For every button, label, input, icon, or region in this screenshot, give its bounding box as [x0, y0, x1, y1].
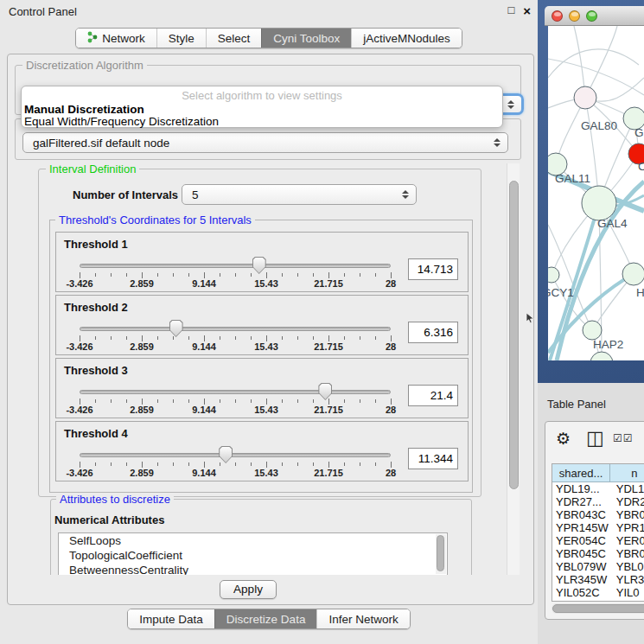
table-row[interactable]: YBR045CYBR0	[552, 547, 644, 560]
tab-cyni-toolbox[interactable]: Cyni Toolbox	[261, 29, 351, 48]
table-row[interactable]: YER054CYER0	[552, 534, 644, 547]
table-cell: YDR27...	[552, 495, 611, 508]
table-row[interactable]: YLR345WYLR3	[552, 573, 644, 586]
threshold-value-field[interactable]: 11.344	[408, 448, 458, 469]
network-node[interactable]	[574, 86, 596, 109]
table-data-combobox[interactable]: galFiltered.sif default node	[22, 132, 508, 153]
group-title: Discretization Algorithm	[22, 59, 147, 72]
column-header-shared[interactable]: shared...	[552, 464, 610, 481]
slider-scale: -3.4262.8599.14415.4321.71528	[56, 405, 411, 417]
scale-label: 28	[386, 405, 396, 415]
slider-tick	[251, 462, 252, 466]
table-cell: YDR2	[611, 495, 644, 508]
close-panel-icon[interactable]: ×	[523, 3, 531, 18]
scrollbar-thumb[interactable]	[509, 181, 519, 489]
scale-label: 15.43	[254, 468, 278, 478]
scale-label: -3.426	[66, 405, 92, 415]
network-node[interactable]	[582, 186, 616, 220]
tab-infer-network[interactable]: Infer Network	[316, 609, 409, 628]
table-cell: YBR045C	[552, 547, 611, 560]
scale-label: 9.144	[192, 405, 216, 415]
slider-tick	[235, 273, 236, 277]
scale-label: 21.715	[314, 341, 343, 352]
select-columns-icon[interactable]: ☑☑	[613, 432, 634, 444]
table-row[interactable]: YBR043CYBR0	[552, 508, 644, 521]
float-panel-icon[interactable]: □	[507, 3, 514, 18]
scale-label: 15.43	[254, 405, 278, 415]
tab-jactivemnodules[interactable]: jActiveMNodules	[351, 29, 462, 48]
attribute-list-item[interactable]: TopologicalCoefficient	[59, 548, 447, 563]
node-label: GAL80	[581, 119, 617, 132]
screenshot-stage: Control Panel □ ×	[0, 0, 644, 644]
number-of-intervals-combobox[interactable]: 5	[182, 184, 417, 205]
combo-value: 5	[192, 188, 199, 201]
threshold-value-field[interactable]: 14.713	[408, 258, 458, 280]
tab-style[interactable]: Style	[156, 29, 206, 48]
tab-discretize-data[interactable]: Discretize Data	[214, 609, 317, 628]
table-row[interactable]: YBL079WYBL0	[552, 560, 644, 573]
table-cell: YLR3	[611, 573, 644, 586]
control-panel-titlebar: Control Panel □ ×	[0, 0, 538, 22]
tab-network[interactable]: Network	[76, 29, 156, 48]
slider-track[interactable]	[80, 327, 391, 331]
slider-tick	[80, 272, 80, 278]
table-row[interactable]: YIL052CYIL0	[552, 586, 644, 599]
split-columns-icon[interactable]: ◫	[586, 427, 604, 450]
network-node[interactable]	[548, 267, 559, 283]
table-header-row: shared... n	[552, 464, 644, 482]
table-row[interactable]: YDL19...YDL1	[552, 482, 644, 495]
network-node[interactable]	[583, 321, 602, 340]
slider-thumb[interactable]	[318, 383, 332, 400]
tab-select[interactable]: Select	[206, 29, 262, 48]
threshold-slider[interactable]: -3.4262.8599.14415.4321.71528	[56, 422, 411, 482]
slider-thumb[interactable]	[169, 320, 183, 337]
slider-track[interactable]	[80, 264, 391, 268]
threshold-value-field[interactable]: 21.4	[408, 385, 458, 406]
attribute-list-item[interactable]: BetweennessCentrality	[59, 563, 447, 575]
table-row[interactable]: YDR27...YDR2	[552, 495, 644, 508]
attributes-scrollbar[interactable]	[436, 534, 446, 574]
zoom-traffic-light-icon[interactable]	[586, 10, 597, 22]
table-panel-area: Table Panel ⚙ ◫ ☑☑ shared... n YDL19...Y…	[538, 383, 644, 644]
slider-tick	[235, 336, 236, 340]
column-header-name[interactable]: n	[610, 464, 644, 481]
slider-tick	[111, 462, 112, 466]
slider-track[interactable]	[80, 453, 391, 457]
network-window-titlebar[interactable]	[545, 6, 644, 26]
gear-icon[interactable]: ⚙	[556, 429, 571, 449]
network-node[interactable]	[622, 263, 644, 285]
threshold-slider[interactable]: -3.4262.8599.14415.4321.71528	[56, 359, 411, 419]
tab-label: Discretize Data	[226, 613, 306, 626]
slider-tick	[173, 336, 174, 340]
threshold-value-field[interactable]: 6.316	[408, 322, 458, 343]
slider-tick	[375, 336, 376, 340]
numerical-attributes-list[interactable]: SelfLoopsTopologicalCoefficientBetweenne…	[58, 532, 448, 575]
tab-impute-data[interactable]: Impute Data	[128, 609, 214, 628]
node-label: GAL4	[597, 217, 628, 230]
slider-track[interactable]	[80, 390, 391, 394]
table-horizontal-scrollbar[interactable]	[552, 603, 644, 614]
table-cell: YIL0	[611, 586, 644, 599]
network-canvas[interactable]: GAL80GCGAL11GAL4GCY1HHAP2	[548, 26, 644, 360]
scale-label: 2.859	[130, 341, 154, 352]
close-traffic-light-icon[interactable]	[552, 10, 563, 22]
dropdown-item-manual-discretization[interactable]: Manual Discretization	[24, 103, 144, 116]
scrollbar-thumb[interactable]	[437, 535, 444, 571]
threshold-slider[interactable]: -3.4262.8599.14415.4321.71528	[56, 233, 411, 293]
scrollbar-thumb[interactable]	[552, 604, 644, 613]
slider-tick	[142, 462, 143, 468]
node-attribute-table[interactable]: shared... n YDL19...YDL1YDR27...YDR2YBR0…	[552, 463, 644, 602]
table-row[interactable]: YPR145WYPR1	[552, 521, 644, 534]
slider-thumb[interactable]	[219, 446, 233, 463]
threshold-slider[interactable]: -3.4262.8599.14415.4321.71528	[56, 296, 411, 356]
minimize-traffic-light-icon[interactable]	[569, 10, 580, 22]
attribute-list-item[interactable]: SelfLoops	[59, 533, 447, 548]
network-node[interactable]	[590, 352, 613, 360]
slider-thumb[interactable]	[252, 257, 266, 274]
settings-scrollbar[interactable]	[507, 163, 520, 575]
threshold-coordinates-group: Threshold's Coordinates for 5 Intervals …	[49, 220, 473, 493]
slider-tick	[188, 462, 189, 466]
dropdown-item-equal-width-frequency[interactable]: Equal Width/Frequency Discretization	[24, 115, 219, 128]
apply-button[interactable]: Apply	[220, 580, 277, 599]
tab-label: Impute Data	[139, 613, 203, 626]
